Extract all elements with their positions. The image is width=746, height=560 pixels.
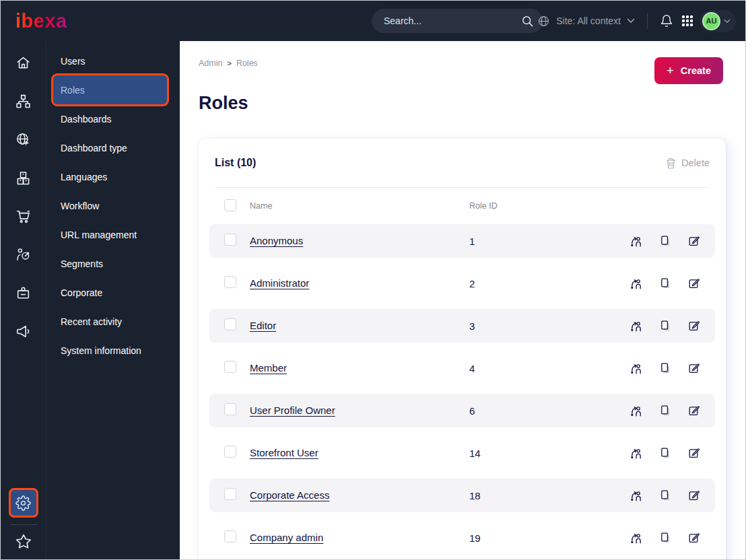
copy-icon[interactable] [659, 447, 671, 459]
role-id: 4 [469, 363, 630, 374]
edit-icon[interactable] [688, 405, 700, 417]
table-row: Member 4 [209, 351, 715, 385]
avatar[interactable]: AU [702, 12, 720, 30]
user-menu[interactable]: AU [700, 10, 736, 32]
breadcrumb-admin[interactable]: Admin [199, 58, 222, 69]
row-checkbox[interactable] [224, 276, 236, 288]
assign-user-icon[interactable] [630, 277, 642, 290]
sidebar-item-workflow[interactable]: Workflow [46, 191, 180, 220]
edit-icon[interactable] [688, 489, 700, 501]
breadcrumb-separator: > [227, 58, 231, 69]
sidebar-item-segments[interactable]: Segments [46, 249, 180, 278]
row-checkbox[interactable] [224, 361, 236, 373]
topbar: ibexa Site: All context AU [1, 1, 745, 41]
chevron-down-icon[interactable] [724, 19, 731, 24]
search-icon[interactable] [522, 15, 533, 27]
sidebar-item-languages[interactable]: Languages [46, 162, 180, 191]
chevron-down-icon[interactable] [627, 18, 635, 24]
search-input[interactable] [384, 15, 522, 26]
assign-user-icon[interactable] [630, 532, 642, 545]
card-header: List (10) Delete [209, 139, 715, 187]
bookmarks-star-icon[interactable] [15, 532, 32, 553]
products-boxes-icon[interactable] [1, 159, 46, 197]
assign-user-icon[interactable] [630, 235, 642, 248]
role-name-link[interactable]: Editor [250, 320, 276, 331]
create-button-label: Create [681, 65, 711, 76]
table-header-row: Name Role ID [209, 188, 715, 224]
row-checkbox[interactable] [224, 530, 236, 542]
sidebar-item-users[interactable]: Users [46, 46, 180, 75]
assign-user-icon[interactable] [630, 405, 642, 417]
sidebar-item-system-information[interactable]: System information [46, 336, 180, 365]
create-button[interactable]: + Create [654, 57, 723, 84]
assign-user-icon[interactable] [630, 320, 642, 332]
icon-rail [1, 41, 46, 559]
role-name-link[interactable]: User Profile Owner [250, 405, 335, 416]
ibexa-logo[interactable]: ibexa [15, 9, 67, 32]
breadcrumb-roles[interactable]: Roles [236, 58, 258, 69]
row-checkbox[interactable] [224, 446, 236, 458]
select-all-checkbox[interactable] [224, 199, 236, 211]
rail-divider [10, 524, 37, 525]
assign-user-icon[interactable] [630, 447, 642, 460]
site-globe-icon[interactable] [1, 120, 46, 159]
content-tree-icon[interactable] [1, 82, 46, 120]
home-icon[interactable] [1, 44, 46, 82]
role-id: 19 [469, 532, 630, 544]
row-checkbox[interactable] [224, 403, 236, 415]
copy-icon[interactable] [659, 320, 671, 332]
sidebar-item-dashboards[interactable]: Dashboards [46, 104, 180, 133]
bell-icon[interactable] [660, 14, 673, 28]
rail-bottom-cluster [9, 488, 38, 559]
copy-icon[interactable] [659, 362, 671, 374]
edit-icon[interactable] [688, 320, 700, 332]
edit-icon[interactable] [688, 362, 700, 374]
role-name-link[interactable]: Storefront User [250, 447, 318, 458]
role-name-link[interactable]: Administrator [250, 277, 309, 289]
role-name-link[interactable]: Anonymous [250, 235, 303, 246]
role-name-link[interactable]: Corporate Access [250, 489, 329, 501]
edit-icon[interactable] [688, 532, 700, 544]
admin-submenu: Users Roles Dashboards Dashboard type La… [46, 41, 180, 559]
globe-icon [537, 15, 550, 28]
app-grid-icon[interactable] [682, 15, 693, 26]
copy-icon[interactable] [659, 489, 671, 501]
copy-icon[interactable] [659, 235, 671, 247]
row-checkbox[interactable] [224, 488, 236, 500]
table-row: User Profile Owner 6 [209, 394, 715, 427]
table-row: Company admin 19 [209, 521, 715, 555]
corporate-badge-icon[interactable] [1, 274, 46, 312]
sidebar-item-url-management[interactable]: URL management [46, 220, 180, 249]
role-name-link[interactable]: Company admin [250, 532, 323, 543]
promotions-megaphone-icon[interactable] [1, 312, 46, 351]
topbar-right-cluster: Site: All context AU [537, 1, 736, 41]
site-context-selector[interactable]: Site: All context [556, 15, 621, 26]
personalization-target-icon[interactable] [1, 236, 46, 274]
ibexa-admin-window: ibexa Site: All context AU [0, 0, 746, 560]
global-search[interactable] [372, 9, 543, 33]
delete-button[interactable]: Delete [666, 158, 710, 169]
sidebar-item-dashboard-type[interactable]: Dashboard type [46, 133, 180, 162]
sidebar-item-recent-activity[interactable]: Recent activity [46, 307, 180, 336]
commerce-cart-icon[interactable] [1, 197, 46, 236]
copy-icon[interactable] [659, 532, 671, 544]
copy-icon[interactable] [659, 277, 671, 289]
row-checkbox[interactable] [224, 318, 236, 330]
role-id: 1 [469, 236, 630, 247]
role-name-link[interactable]: Member [250, 362, 287, 374]
sidebar-item-roles[interactable]: Roles [53, 75, 167, 104]
edit-icon[interactable] [688, 235, 700, 247]
assign-user-icon[interactable] [630, 489, 642, 502]
edit-icon[interactable] [688, 447, 700, 459]
page-title: Roles [199, 92, 724, 114]
settings-gear-icon[interactable] [9, 488, 38, 518]
table-row: Anonymous 1 [209, 224, 715, 258]
copy-icon[interactable] [659, 405, 671, 417]
sidebar-item-corporate[interactable]: Corporate [46, 278, 180, 307]
table-row: Storefront User 14 [209, 436, 715, 470]
assign-user-icon[interactable] [630, 362, 642, 375]
column-header-name: Name [250, 201, 469, 211]
row-checkbox[interactable] [224, 234, 236, 246]
table-row: Administrator 2 [209, 267, 715, 300]
edit-icon[interactable] [688, 277, 700, 289]
